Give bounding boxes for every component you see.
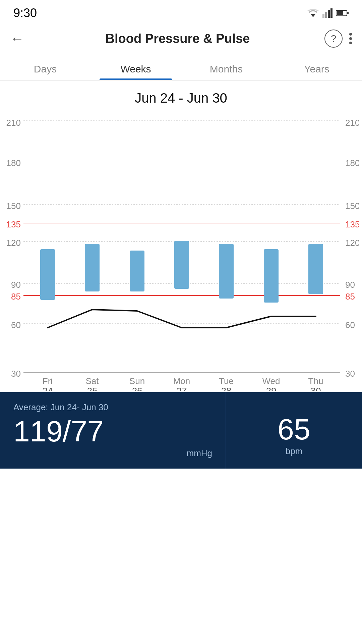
chart-svg-wrapper: 210 180 150 135 120 90 85 60 30 210 180 … xyxy=(0,116,362,392)
svg-text:Mon: Mon xyxy=(173,376,190,386)
bar-tue[interactable] xyxy=(219,244,234,299)
wifi-icon xyxy=(307,8,319,18)
bar-sun[interactable] xyxy=(130,251,144,291)
more-dot-2 xyxy=(349,37,352,40)
bar-wed[interactable] xyxy=(264,249,279,303)
svg-rect-6 xyxy=(337,11,343,15)
chart-container: Jun 24 - Jun 30 210 180 150 135 120 90 8… xyxy=(0,80,362,392)
more-button[interactable] xyxy=(349,33,352,44)
svg-text:30: 30 xyxy=(310,386,321,391)
status-icons xyxy=(307,8,349,18)
svg-text:30: 30 xyxy=(11,369,21,379)
main-chart: 210 180 150 135 120 90 85 60 30 210 180 … xyxy=(3,116,359,391)
svg-text:60: 60 xyxy=(345,320,355,330)
svg-text:135: 135 xyxy=(345,219,359,229)
tab-days[interactable]: Days xyxy=(0,54,90,80)
pulse-line xyxy=(48,310,316,328)
svg-text:180: 180 xyxy=(345,158,359,168)
svg-text:27: 27 xyxy=(176,386,187,391)
svg-rect-3 xyxy=(328,10,330,18)
svg-text:25: 25 xyxy=(87,386,97,391)
top-nav: ← Blood Pressure & Pulse ? xyxy=(0,23,362,54)
status-bar: 9:30 xyxy=(0,0,362,23)
signal-icon xyxy=(322,8,333,18)
summary-bar: Average: Jun 24- Jun 30 119/77 mmHg 65 b… xyxy=(0,392,362,469)
svg-text:90: 90 xyxy=(11,280,21,290)
svg-text:210: 210 xyxy=(6,118,21,128)
summary-bp-value: 119/77 xyxy=(13,417,212,446)
svg-rect-7 xyxy=(347,12,349,14)
bar-mon[interactable] xyxy=(174,241,189,289)
bar-thu[interactable] xyxy=(308,244,323,294)
summary-bp-unit: mmHg xyxy=(13,448,212,459)
svg-marker-0 xyxy=(310,14,316,17)
svg-text:28: 28 xyxy=(221,386,231,391)
svg-rect-2 xyxy=(325,12,327,18)
svg-rect-4 xyxy=(330,8,333,18)
page-title: Blood Pressure & Pulse xyxy=(31,32,324,46)
svg-text:85: 85 xyxy=(345,291,355,302)
summary-pulse-section: 65 bpm xyxy=(226,392,362,469)
tab-years[interactable]: Years xyxy=(272,54,362,80)
svg-text:60: 60 xyxy=(11,320,21,330)
bar-sat[interactable] xyxy=(85,244,100,291)
svg-text:26: 26 xyxy=(132,386,142,391)
tab-months[interactable]: Months xyxy=(181,54,272,80)
svg-text:30: 30 xyxy=(345,369,355,379)
summary-label: Average: Jun 24- Jun 30 xyxy=(13,402,212,413)
tab-weeks[interactable]: Weeks xyxy=(90,54,181,80)
battery-icon xyxy=(336,9,349,17)
bar-fri[interactable] xyxy=(40,249,55,300)
svg-text:Thu: Thu xyxy=(308,376,323,386)
summary-pulse-value: 65 xyxy=(278,415,310,444)
svg-text:120: 120 xyxy=(345,238,359,248)
help-button[interactable]: ? xyxy=(324,30,343,48)
svg-text:Sun: Sun xyxy=(129,376,145,386)
back-button[interactable]: ← xyxy=(10,31,31,47)
status-time: 9:30 xyxy=(13,6,37,20)
svg-text:120: 120 xyxy=(6,238,21,248)
svg-text:180: 180 xyxy=(6,158,21,168)
svg-text:Fri: Fri xyxy=(43,376,53,386)
svg-text:150: 150 xyxy=(6,201,21,211)
svg-text:Tue: Tue xyxy=(219,376,234,386)
svg-text:24: 24 xyxy=(42,386,53,391)
more-dot-3 xyxy=(349,42,352,44)
svg-text:85: 85 xyxy=(11,291,21,302)
svg-text:29: 29 xyxy=(266,386,276,391)
svg-text:Wed: Wed xyxy=(262,376,280,386)
chart-title: Jun 24 - Jun 30 xyxy=(0,91,362,106)
svg-text:135: 135 xyxy=(6,219,21,229)
svg-text:210: 210 xyxy=(345,118,359,128)
summary-pulse-unit: bpm xyxy=(286,446,303,457)
more-dot-1 xyxy=(349,33,352,36)
svg-text:150: 150 xyxy=(345,201,359,211)
svg-text:90: 90 xyxy=(345,280,355,290)
svg-text:Sat: Sat xyxy=(85,376,99,386)
summary-bp-section: Average: Jun 24- Jun 30 119/77 mmHg xyxy=(0,392,226,469)
svg-rect-1 xyxy=(322,14,324,18)
tabs-container: Days Weeks Months Years xyxy=(0,54,362,80)
